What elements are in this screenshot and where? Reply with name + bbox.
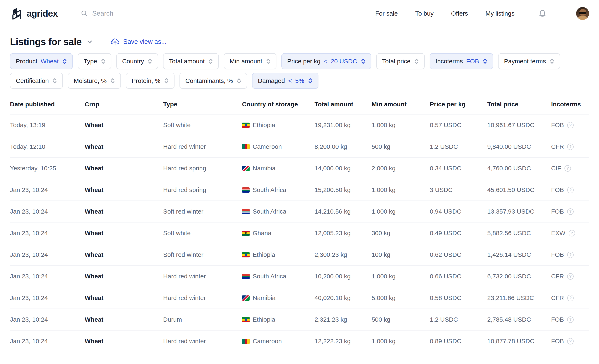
filter-label: Damaged [258,77,285,84]
incoterm-help-icon[interactable] [567,295,574,301]
filter-pill[interactable]: Min amount [224,53,276,69]
nav-for-sale[interactable]: For sale [375,10,398,17]
country-name: Ethiopia [253,251,275,258]
cell-type: Hard red winter [163,273,242,280]
incoterm-help-icon[interactable] [567,144,574,150]
cell-date-published: Yesterday, 10:25 [10,165,85,172]
table-row[interactable]: Jan 23, 10:24 Wheat Hard red spring Sout… [10,179,589,201]
table-row[interactable]: Today, 12:10 Wheat Hard red winter Camer… [10,136,589,158]
cell-crop: Wheat [85,122,163,129]
save-view-button[interactable]: Save view as... [111,38,166,46]
sort-chevrons-icon [164,78,169,84]
cell-total-price: 1,426.14 USDC [487,251,551,258]
incoterm-help-icon[interactable] [567,187,574,193]
cell-price-per-kg: 1.2 USDC [430,316,487,323]
filter-pill[interactable]: Country [116,53,158,69]
notifications-button[interactable] [538,9,547,18]
country-name: Cameroon [253,143,282,150]
cell-total-amount: 2,321.23 kg [315,316,371,323]
country-name: Namibia [253,294,276,301]
cell-total-price: 5,882.56 USDC [487,229,551,237]
filter-pill[interactable]: Payment terms [498,53,560,69]
incoterm-help-icon[interactable] [567,208,574,215]
cell-date-published: Today, 12:10 [10,143,85,150]
filter-pill[interactable]: Incoterms FOB [430,53,493,69]
view-switcher-button[interactable] [86,38,93,45]
filter-pill[interactable]: Damaged < 5% [252,73,318,89]
nav-to-buy[interactable]: To buy [415,10,433,17]
sort-chevrons-icon [550,58,554,64]
table-row[interactable]: Jan 23, 10:24 Wheat Soft red winter Ethi… [10,244,589,266]
cell-crop: Wheat [85,186,163,194]
cell-crop: Wheat [85,316,163,323]
search-box[interactable] [81,9,180,17]
sort-chevrons-icon [101,58,106,64]
col-country-of-storage: Country of storage [242,101,315,108]
cell-country-of-storage: Ethiopia [242,316,315,323]
brand[interactable]: agridex [10,7,58,20]
filter-label: Certification [16,77,49,84]
flag-ghana-icon [242,231,250,236]
col-price-per-kg: Price per kg [430,101,487,108]
incoterm-help-icon[interactable] [564,165,571,172]
incoterm-value: CFR [551,294,564,301]
table-row[interactable]: Jan 23, 10:24 Wheat Soft red winter Sout… [10,201,589,222]
incoterm-help-icon[interactable] [567,338,574,345]
cell-price-per-kg: 0.34 USDC [430,165,487,172]
cell-price-per-kg: 0.66 USDC [430,273,487,280]
filter-pill[interactable]: Product Wheat [10,53,73,69]
filter-value: 20 USDC [331,58,357,65]
cell-country-of-storage: Ethiopia [242,122,315,129]
filter-pill[interactable]: Total price [376,53,425,69]
cell-total-price: 6,732.00 USDC [487,273,551,280]
country-name: Ethiopia [253,316,275,323]
cell-type: Soft red winter [163,251,242,258]
cell-crop: Wheat [85,338,163,345]
search-input[interactable] [92,9,180,17]
cell-price-per-kg: 0.62 USDC [430,251,487,258]
filter-pill[interactable]: Protein, % [126,73,175,89]
filter-pill[interactable]: Price per kg < 20 USDC [282,53,371,69]
page-title: Listings for sale [10,36,81,47]
filter-pill[interactable]: Certification [10,73,63,89]
sort-chevrons-icon [308,78,313,84]
user-avatar[interactable] [576,7,589,20]
flag-cameroon-icon [242,144,250,149]
cell-crop: Wheat [85,294,163,301]
filter-label: Type [84,58,97,65]
incoterm-help-icon[interactable] [567,252,574,258]
table-row[interactable]: Jan 23, 10:24 Wheat Durum Ethiopia 2,321… [10,309,589,330]
cell-country-of-storage: Cameroon [242,143,315,150]
filter-pill[interactable]: Type [78,53,111,69]
table-row[interactable]: Yesterday, 10:25 Wheat Hard red spring N… [10,158,589,179]
incoterm-help-icon[interactable] [567,273,574,280]
table-row[interactable]: Jan 23, 10:24 Wheat Hard red winter Came… [10,330,589,352]
flag-ethiopia-icon [242,252,250,257]
table-row[interactable]: Jan 23, 10:24 Wheat Hard red winter Sout… [10,266,589,287]
sort-chevrons-icon [148,58,152,64]
filter-pill[interactable]: Contaminants, % [179,73,247,89]
cell-date-published: Today, 13:19 [10,122,85,129]
table-row[interactable]: Jan 23, 10:24 Wheat Hard red winter Nami… [10,287,589,309]
cell-total-price: 13,357.93 USDC [487,208,551,215]
table-row[interactable]: Jan 23, 10:24 Wheat Soft white Ghana 12,… [10,222,589,244]
cell-date-published: Jan 23, 10:24 [10,186,85,194]
incoterm-value: FOB [551,338,564,345]
cell-crop: Wheat [85,165,163,172]
incoterm-help-icon[interactable] [567,122,574,128]
agridex-logo-icon [10,7,23,20]
cell-total-price: 23,211.66 USDC [487,294,551,301]
cell-min-amount: 500 kg [372,316,430,323]
filter-value: 5% [295,77,304,84]
filter-pill[interactable]: Total amount [163,53,219,69]
nav-offers[interactable]: Offers [451,10,468,17]
filter-pill[interactable]: Moisture, % [68,73,121,89]
cell-type: Hard red spring [163,165,242,172]
table-row[interactable]: Today, 13:19 Wheat Soft white Ethiopia 1… [10,114,589,136]
cell-incoterms: FOB [551,208,589,215]
incoterm-value: FOB [551,316,564,323]
cell-min-amount: 5,000 kg [372,294,430,301]
nav-my-listings[interactable]: My listings [485,10,515,17]
incoterm-help-icon[interactable] [569,230,575,237]
incoterm-help-icon[interactable] [567,316,574,323]
